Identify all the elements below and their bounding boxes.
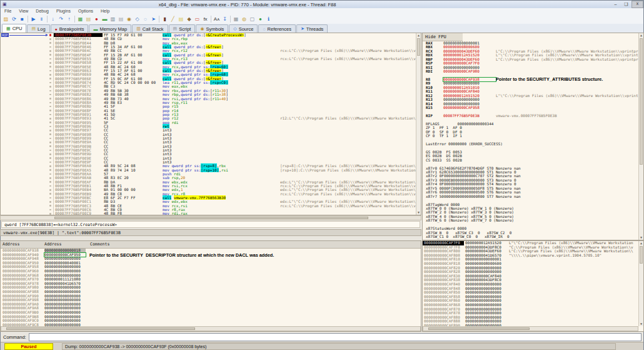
step-out-icon[interactable]: ↑	[65, 16, 73, 23]
row-dot[interactable]	[49, 82, 51, 84]
row-dot[interactable]	[49, 157, 51, 159]
menu-item-options[interactable]: Options	[74, 8, 97, 14]
tab-log[interactable]: ▤Log	[27, 24, 49, 33]
row-dot[interactable]	[49, 213, 51, 215]
tab-source[interactable]: ◇Source	[229, 24, 258, 33]
dump-header-comments[interactable]: Comments	[87, 241, 421, 248]
row-dot[interactable]	[49, 181, 51, 183]
patches-icon[interactable]: ▮	[161, 16, 169, 23]
scroll-down-arrow[interactable]: ▼	[639, 322, 643, 326]
info-icon[interactable]: ℹ	[264, 16, 273, 23]
stack-pane[interactable]: 0000000000CAF7F00000000012A51520L"\"C:\\…	[422, 240, 644, 332]
step-into-icon[interactable]: ↓	[49, 16, 57, 23]
row-dot[interactable]	[49, 50, 51, 52]
row-dot[interactable]	[49, 173, 51, 175]
row-dot[interactable]	[49, 102, 51, 104]
threads-icon[interactable]: ➤	[149, 16, 158, 23]
row-dot[interactable]	[49, 58, 51, 60]
dump-header-address1[interactable]: Address	[1, 241, 43, 248]
row-dot[interactable]	[49, 165, 51, 167]
row-dot[interactable]	[49, 177, 51, 179]
scroll-up-arrow[interactable]: ▲	[416, 33, 421, 38]
scroll-thumb[interactable]	[428, 327, 530, 330]
row-dot[interactable]	[49, 205, 51, 207]
row-dot[interactable]	[49, 54, 51, 56]
row-dot[interactable]	[49, 106, 51, 108]
row-dot[interactable]	[49, 62, 51, 64]
row-dot[interactable]	[49, 78, 51, 80]
symbols-icon[interactable]: ◉	[125, 16, 133, 23]
row-dot[interactable]	[49, 145, 51, 147]
registers-pane[interactable]: Hide FPU RAX0000000000000001RBX000000000…	[422, 33, 644, 240]
scroll-up-arrow[interactable]: ▲	[639, 33, 643, 38]
row-dot[interactable]	[49, 94, 51, 96]
memory-map-icon[interactable]: ▬	[101, 16, 109, 23]
restart-icon[interactable]: ⟳	[10, 16, 18, 23]
minimize-button[interactable]: –	[610, 1, 621, 8]
disassembly-vscrollbar[interactable]: ▲ ▼	[416, 33, 421, 215]
log-icon[interactable]: ▤	[84, 16, 93, 23]
menu-item-help[interactable]: Help	[97, 8, 113, 14]
disassembly-hscrollbar[interactable]	[0, 215, 421, 220]
stop-icon[interactable]: ■	[18, 16, 26, 23]
row-dot[interactable]	[49, 138, 51, 140]
registers-vscrollbar[interactable]: ▲ ▼	[638, 33, 643, 240]
row-dot[interactable]	[49, 169, 51, 171]
cpu-icon[interactable]: ▦	[76, 16, 84, 23]
step-over-icon[interactable]: ↷	[57, 16, 65, 23]
scroll-thumb[interactable]	[640, 38, 643, 165]
menu-item-debug[interactable]: Debug	[32, 8, 53, 14]
download-icon[interactable]: ↧	[221, 16, 229, 23]
script-icon[interactable]: ▤	[117, 16, 125, 23]
menu-item-file[interactable]: File	[1, 8, 15, 14]
comment-icon[interactable]: ▤	[177, 16, 185, 23]
row-dot[interactable]	[49, 153, 51, 155]
scroll-thumb[interactable]	[54, 217, 368, 219]
run-icon[interactable]: ▶	[29, 16, 38, 23]
chat-icon[interactable]: ●	[256, 16, 264, 23]
row-dot[interactable]	[49, 209, 51, 211]
row-dot[interactable]	[49, 197, 51, 199]
disassembly-pane[interactable]: RIP00007FF76B5F0E3BFF 15 F7 A9 61 00call…	[0, 33, 421, 215]
scroll-up-arrow[interactable]: ▲	[639, 241, 643, 245]
pause-icon[interactable]: ‖	[38, 16, 46, 23]
command-input[interactable]	[29, 333, 641, 341]
breakpoint-dot[interactable]	[49, 34, 51, 36]
tab-threads[interactable]: ➤Threads	[296, 24, 328, 33]
scroll-thumb[interactable]	[640, 246, 643, 264]
close-button[interactable]: x	[631, 1, 643, 8]
row-dot[interactable]	[49, 201, 51, 203]
tab-breakpoints[interactable]: ●Breakpoints	[51, 24, 89, 33]
row-dot[interactable]	[49, 110, 51, 111]
calculator-icon[interactable]: ▦	[232, 16, 240, 23]
row-dot[interactable]	[49, 46, 51, 48]
row-dot[interactable]	[49, 133, 51, 135]
row-dot[interactable]	[49, 98, 51, 100]
tab-script[interactable]: ▤Script	[169, 24, 196, 33]
row-dot[interactable]	[49, 114, 51, 116]
row-dot[interactable]	[49, 126, 51, 128]
scroll-down-arrow[interactable]: ▼	[639, 235, 643, 240]
help-icon[interactable]: ◍	[240, 16, 248, 23]
references-icon[interactable]: ◌	[141, 16, 149, 23]
maximize-button[interactable]: ❏	[621, 1, 631, 8]
row-dot[interactable]	[49, 130, 51, 131]
title-bar[interactable]: ▣ x64_dbg - File: vmware-vmx.exe - PID: …	[1, 1, 643, 8]
stack-hscrollbar[interactable]	[423, 326, 638, 331]
row-dot[interactable]	[49, 86, 51, 88]
row-dot[interactable]	[49, 189, 51, 191]
eraser-icon[interactable]: ▭	[193, 16, 201, 23]
register-row-rip[interactable]: RIP00007FF76B5F0E3Bvmware-vmx.00007FF76B…	[423, 114, 643, 118]
tab-cpu[interactable]: ▦CPU	[2, 24, 26, 33]
scroll-thumb[interactable]	[417, 38, 420, 56]
row-dot[interactable]	[49, 150, 51, 152]
menu-item-plugins[interactable]: Plugins	[53, 8, 74, 14]
window-icon[interactable]: ▢	[248, 16, 256, 23]
dump-header-address2[interactable]: Address	[43, 241, 87, 248]
tab-call-stack[interactable]: ▥Call Stack	[132, 24, 168, 33]
menu-item-view[interactable]: View	[15, 8, 32, 14]
bookmark-icon[interactable]: ◆	[185, 16, 193, 23]
call-stack-icon[interactable]: ▥	[109, 16, 117, 23]
row-dot[interactable]	[49, 90, 51, 92]
register-row-rdi[interactable]: RDI0000000000CAF980	[423, 69, 643, 73]
